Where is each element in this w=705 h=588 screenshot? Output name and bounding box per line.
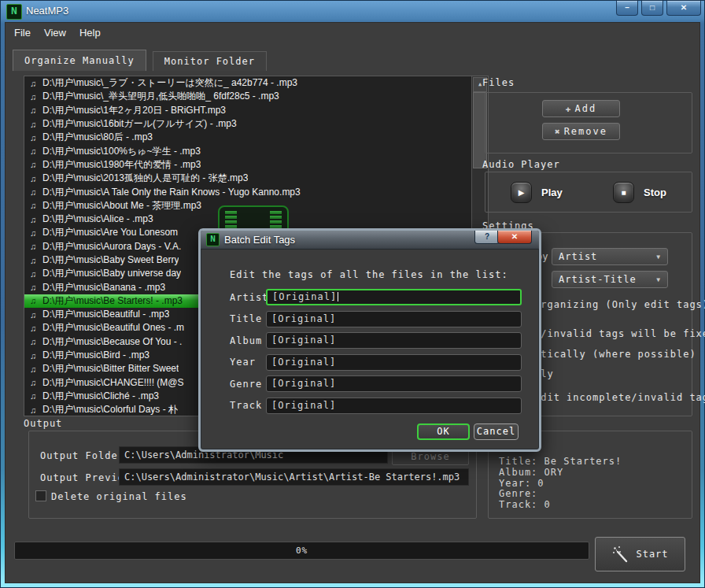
file-list-row[interactable]: ♫ D:\用户\music\1年2ヶ月20日 - BRiGHT.mp3 — [24, 104, 488, 117]
close-button[interactable]: ✕ — [666, 1, 701, 16]
dialog-field-row: Artist [Original] — [230, 289, 522, 305]
settings-option-text: atically (where possible) — [534, 349, 696, 360]
music-note-icon: ♫ — [28, 215, 39, 224]
music-note-icon: ♫ — [28, 120, 39, 129]
music-note-icon: ♫ — [28, 324, 39, 333]
file-path: D:\用户\music\Alice - .mp3 — [42, 213, 153, 226]
file-list-row[interactable]: ♫ D:\用户\music\16bitガール(フルサイズ) - .mp3 — [24, 117, 488, 131]
file-path: D:\用户\music\About Me - 茶理理.mp3 — [42, 199, 201, 213]
organize-by-dropdown[interactable]: Artist ▼ — [552, 248, 668, 265]
file-path: D:\用户\music\Bird - .mp3 — [42, 349, 149, 362]
file-list-row[interactable]: ♫ D:\用户\music\1980年代的爱情 - .mp3 — [24, 158, 488, 172]
tab-bar: Organize ManuallyMonitor Folder — [13, 50, 267, 71]
output-preview-field: C:\Users\Administrator\Music\Artist\Arti… — [119, 468, 469, 486]
music-note-icon: ♫ — [28, 337, 39, 346]
remove-button-label: Remove — [564, 126, 607, 137]
window-controls: – □ ✕ — [616, 1, 701, 16]
field-input[interactable]: [Original] — [266, 332, 522, 349]
name-pattern-dropdown[interactable]: Artist-Title ▼ — [552, 271, 668, 288]
field-value: [Original] — [271, 313, 336, 324]
chevron-down-icon: ▼ — [656, 276, 661, 283]
menu-help[interactable]: Help — [79, 27, 101, 39]
dialog-fields: Artist [Original] Title [Original] Album… — [230, 289, 522, 419]
music-note-icon: ♫ — [28, 391, 39, 401]
field-input[interactable]: [Original] — [266, 398, 522, 414]
field-label: Artist — [230, 292, 266, 303]
play-button[interactable]: ▶ — [511, 182, 532, 203]
output-folder-label: Output Folder — [40, 450, 124, 461]
field-input[interactable]: [Original] — [266, 375, 522, 392]
field-input[interactable]: [Original] — [266, 354, 522, 371]
file-path: D:\用户\music\Beautiful - .mp3 — [42, 308, 169, 321]
app-logo-icon: N — [6, 4, 22, 20]
output-section-label: Output — [24, 418, 62, 429]
file-path: D:\用户\music\CHANGE!!!! (M@S — [42, 376, 184, 390]
music-note-icon: ♫ — [28, 256, 39, 265]
settings-option-text: e/invalid tags will be fixed — [534, 328, 705, 339]
tag-info-line: Genre: — [499, 489, 691, 500]
dialog-field-row: Title [Original] — [230, 311, 522, 327]
files-section-label: Files — [482, 77, 515, 88]
field-label: Year — [230, 357, 266, 368]
add-button-label: Add — [574, 103, 596, 114]
file-list-row[interactable]: ♫ D:\用户\music\A Tale Only the Rain Knows… — [24, 185, 488, 198]
delete-original-label: Delete original files — [51, 491, 187, 502]
field-value: [Original] — [271, 335, 336, 346]
file-path: D:\用户\music\Banana - .mp3 — [42, 281, 165, 294]
plus-icon: ✚ — [566, 104, 571, 114]
minimize-button[interactable]: – — [616, 1, 638, 16]
file-path: D:\用户\music\Colorful Days - 朴 — [42, 403, 178, 416]
music-note-icon: ♫ — [28, 283, 39, 292]
menu-view[interactable]: View — [44, 27, 66, 39]
dialog-field-row: Genre [Original] — [230, 375, 522, 392]
play-label: Play — [541, 187, 563, 198]
menu-bar: FileViewHelp — [5, 22, 700, 43]
file-path: D:\用户\music\Beautiful Ones - .m — [42, 321, 184, 335]
add-button[interactable]: ✚ Add — [542, 100, 620, 117]
music-note-icon: ♫ — [28, 92, 39, 102]
tab-monitor-folder[interactable]: Monitor Folder — [153, 51, 267, 71]
file-list-row[interactable]: ♫ D:\用户\music\80后 - .mp3 — [24, 131, 488, 144]
field-input[interactable]: [Original] — [266, 289, 522, 305]
audio-player-group-box: ▶ Play ■ Stop — [485, 172, 692, 213]
delete-original-checkbox[interactable] — [35, 490, 46, 501]
tab-organize-manually[interactable]: Organize Manually — [13, 50, 146, 71]
dialog-help-button[interactable]: ? — [474, 231, 500, 244]
x-icon: ✖ — [555, 127, 560, 137]
dialog-title: Batch Edit Tags — [224, 234, 295, 246]
field-value: [Original] — [272, 291, 337, 302]
field-input[interactable]: [Original] — [266, 311, 522, 327]
file-path: D:\用户\music\Cliché - .mp3 — [42, 390, 159, 403]
cancel-button[interactable]: Cancel — [474, 423, 519, 440]
progress-bar: 0% — [14, 542, 589, 560]
ok-button[interactable]: OK — [417, 423, 470, 440]
file-list-row[interactable]: ♫ D:\用户\music\_ラブ・ストーリーは突然に_ a42b774 - .… — [24, 76, 488, 90]
play-icon: ▶ — [519, 188, 525, 197]
field-value: [Original] — [271, 400, 336, 411]
file-list-row[interactable]: ♫ D:\用户\music\2013孤独的人是可耻的 - 张楚.mp3 — [24, 172, 488, 185]
remove-button[interactable]: ✖ Remove — [542, 123, 620, 140]
music-note-icon: ♫ — [28, 378, 39, 387]
music-note-icon: ♫ — [28, 146, 39, 156]
music-note-icon: ♫ — [28, 79, 39, 88]
music-note-icon: ♫ — [28, 228, 39, 238]
dialog-close-button[interactable]: ✕ — [497, 231, 532, 244]
start-button[interactable]: Start — [595, 537, 685, 571]
settings-option-text: organizing (Only edit tags) — [534, 299, 705, 310]
file-path: D:\用户\music\Are You Lonesom — [42, 226, 178, 239]
file-list-row[interactable]: ♫ D:\用户\music\_举头望明月,低头啪啪啪_ 6fdf28c5 - .… — [24, 90, 488, 103]
field-value: [Original] — [271, 378, 336, 389]
file-path: D:\用户\music\2013孤独的人是可耻的 - 张楚.mp3 — [42, 172, 248, 185]
stop-control: ■ Stop — [613, 182, 666, 203]
client-area: FileViewHelp Organize ManuallyMonitor Fo… — [5, 22, 700, 583]
titlebar: N NeatMP3 – □ ✕ — [0, 0, 705, 22]
music-note-icon: ♫ — [28, 187, 39, 197]
music-note-icon: ♫ — [28, 133, 39, 142]
stop-button[interactable]: ■ — [613, 182, 634, 203]
start-button-label: Start — [636, 549, 668, 560]
file-list-row[interactable]: ♫ D:\用户\music\100%ちゅ~学生 - .mp3 — [24, 144, 488, 157]
equalizer-bars-left — [225, 211, 237, 228]
maximize-button[interactable]: □ — [641, 1, 663, 16]
menu-file[interactable]: File — [14, 27, 31, 39]
music-note-icon: ♫ — [28, 296, 39, 305]
